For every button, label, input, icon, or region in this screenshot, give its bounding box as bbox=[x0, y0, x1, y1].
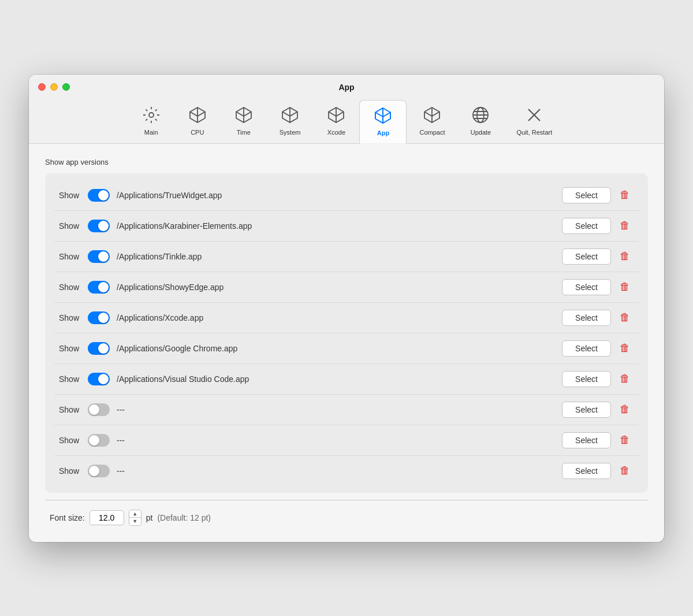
gear-icon bbox=[141, 105, 162, 125]
trash-icon-5: 🗑 bbox=[620, 311, 630, 324]
list-item: Show --- Select 🗑 bbox=[54, 425, 639, 456]
show-label-9: Show bbox=[59, 436, 88, 445]
trash-icon-8: 🗑 bbox=[620, 403, 630, 415]
row-path-9: --- bbox=[117, 436, 562, 445]
list-item: Show /Applications/Karabiner-Elements.ap… bbox=[54, 211, 639, 242]
tab-update[interactable]: Update bbox=[457, 100, 504, 143]
font-size-unit: pt bbox=[146, 513, 153, 522]
minimize-button[interactable] bbox=[50, 83, 58, 91]
select-button-2[interactable]: Select bbox=[562, 218, 611, 234]
select-button-10[interactable]: Select bbox=[562, 463, 611, 479]
tab-xcode-label: Xcode bbox=[327, 129, 345, 136]
system-cube-icon bbox=[280, 105, 300, 125]
show-label-1: Show bbox=[59, 191, 88, 200]
trash-icon-4: 🗑 bbox=[620, 281, 630, 293]
select-button-6[interactable]: Select bbox=[562, 340, 611, 357]
delete-button-5[interactable]: 🗑 bbox=[616, 309, 634, 327]
row-path-7: /Applications/Visual Studio Code.app bbox=[117, 374, 562, 384]
tab-quit[interactable]: Quit, Restart bbox=[504, 100, 565, 143]
toggle-4[interactable] bbox=[88, 281, 110, 294]
tab-app[interactable]: App bbox=[359, 100, 407, 144]
tab-system[interactable]: System bbox=[267, 100, 314, 143]
tab-compact[interactable]: Compact bbox=[407, 100, 457, 143]
toggle-2[interactable] bbox=[88, 220, 110, 232]
font-size-label: Font size: bbox=[50, 513, 85, 522]
close-x-icon bbox=[524, 105, 545, 125]
select-button-3[interactable]: Select bbox=[562, 248, 611, 265]
delete-button-3[interactable]: 🗑 bbox=[616, 247, 634, 266]
show-label-7: Show bbox=[59, 374, 88, 384]
toggle-9[interactable] bbox=[88, 434, 110, 447]
toggle-3[interactable] bbox=[88, 250, 110, 263]
show-label-10: Show bbox=[59, 466, 88, 476]
tab-update-label: Update bbox=[471, 129, 491, 136]
show-label-6: Show bbox=[59, 344, 88, 353]
tab-time[interactable]: Time bbox=[221, 100, 267, 143]
footer-divider bbox=[45, 500, 648, 500]
delete-button-6[interactable]: 🗑 bbox=[616, 339, 634, 358]
titlebar-top: App bbox=[38, 83, 655, 92]
close-button[interactable] bbox=[38, 83, 46, 91]
row-path-2: /Applications/Karabiner-Elements.app bbox=[117, 221, 562, 231]
row-actions-5: Select 🗑 bbox=[562, 309, 634, 327]
delete-button-9[interactable]: 🗑 bbox=[616, 431, 634, 450]
select-button-4[interactable]: Select bbox=[562, 279, 611, 295]
compact-cube-icon bbox=[422, 105, 442, 125]
tab-system-label: System bbox=[280, 129, 301, 136]
select-button-5[interactable]: Select bbox=[562, 310, 611, 326]
delete-button-2[interactable]: 🗑 bbox=[616, 217, 634, 235]
tab-quit-label: Quit, Restart bbox=[516, 129, 552, 136]
stepper-up-button[interactable]: ▲ bbox=[129, 510, 141, 518]
toggle-8[interactable] bbox=[88, 403, 110, 416]
select-button-7[interactable]: Select bbox=[562, 371, 611, 387]
tab-cpu-label: CPU bbox=[191, 129, 204, 136]
trash-icon-9: 🗑 bbox=[620, 434, 630, 446]
toggle-5[interactable] bbox=[88, 311, 110, 324]
font-size-default: (Default: 12 pt) bbox=[157, 513, 211, 522]
toggle-10[interactable] bbox=[88, 465, 110, 477]
row-actions-6: Select 🗑 bbox=[562, 339, 634, 358]
select-button-1[interactable]: Select bbox=[562, 187, 611, 203]
traffic-lights bbox=[38, 83, 70, 91]
footer: Font size: ▲ ▼ pt (Default: 12 pt) bbox=[45, 510, 648, 526]
toggle-1[interactable] bbox=[88, 189, 110, 202]
font-size-stepper[interactable]: ▲ ▼ bbox=[129, 510, 141, 526]
row-actions-10: Select 🗑 bbox=[562, 462, 634, 480]
list-item: Show /Applications/Visual Studio Code.ap… bbox=[54, 364, 639, 395]
delete-button-4[interactable]: 🗑 bbox=[616, 278, 634, 296]
list-item: Show /Applications/Google Chrome.app Sel… bbox=[54, 333, 639, 364]
titlebar: App Main bbox=[29, 75, 664, 144]
tab-main[interactable]: Main bbox=[128, 100, 174, 143]
tab-app-label: App bbox=[377, 129, 389, 136]
show-label-4: Show bbox=[59, 283, 88, 292]
window-title: App bbox=[338, 83, 354, 92]
delete-button-7[interactable]: 🗑 bbox=[616, 370, 634, 388]
toggle-7[interactable] bbox=[88, 373, 110, 385]
app-cube-icon bbox=[372, 105, 393, 126]
show-label-8: Show bbox=[59, 405, 88, 414]
show-label-5: Show bbox=[59, 313, 88, 322]
row-actions-1: Select 🗑 bbox=[562, 186, 634, 205]
toolbar: Main CPU T bbox=[38, 100, 655, 143]
row-path-10: --- bbox=[117, 466, 562, 476]
tab-cpu[interactable]: CPU bbox=[174, 100, 221, 143]
row-path-5: /Applications/Xcode.app bbox=[117, 313, 562, 322]
toggle-6[interactable] bbox=[88, 342, 110, 355]
time-cube-icon bbox=[233, 105, 254, 125]
row-actions-3: Select 🗑 bbox=[562, 247, 634, 266]
delete-button-8[interactable]: 🗑 bbox=[616, 400, 634, 419]
tab-compact-label: Compact bbox=[419, 129, 445, 136]
select-button-8[interactable]: Select bbox=[562, 402, 611, 418]
stepper-down-button[interactable]: ▼ bbox=[129, 518, 141, 525]
svg-point-0 bbox=[149, 113, 154, 117]
trash-icon-3: 🗑 bbox=[620, 250, 630, 262]
row-actions-2: Select 🗑 bbox=[562, 217, 634, 235]
tab-xcode[interactable]: Xcode bbox=[313, 100, 359, 143]
delete-button-10[interactable]: 🗑 bbox=[616, 462, 634, 480]
font-size-input[interactable] bbox=[90, 510, 124, 525]
select-button-9[interactable]: Select bbox=[562, 432, 611, 448]
maximize-button[interactable] bbox=[62, 83, 70, 91]
list-item: Show /Applications/TrueWidget.app Select… bbox=[54, 180, 639, 211]
delete-button-1[interactable]: 🗑 bbox=[616, 186, 634, 205]
list-item: Show --- Select 🗑 bbox=[54, 456, 639, 486]
